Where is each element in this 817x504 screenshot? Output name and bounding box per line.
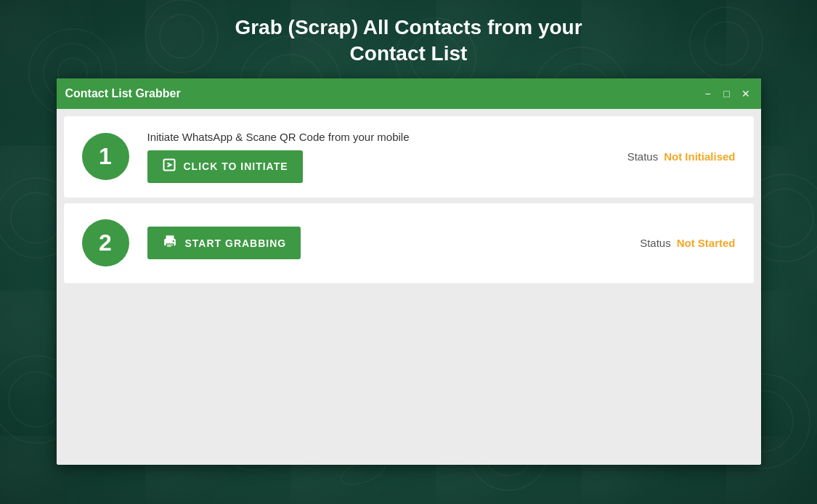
svg-rect-37 [167,246,171,247]
window-titlebar: Contact List Grabber − □ ✕ [57,78,761,109]
svg-point-14 [11,192,62,243]
step-1-status-label: Status [627,150,659,163]
svg-rect-32 [163,159,174,170]
window-controls: − □ ✕ [702,87,752,100]
step-1-status: Status Not Initialised [627,150,736,163]
svg-rect-36 [167,245,173,245]
step-2-card: 2 START GRABBI [64,203,754,283]
svg-point-38 [172,240,174,242]
svg-point-16 [9,372,64,427]
page-title: Grab (Scrap) All Contacts from your Cont… [0,0,817,78]
step-1-number: 1 [82,133,129,180]
grabbing-icon [162,234,178,252]
window-body: 1 Initiate WhatsApp & Scane QR Code from… [57,109,761,465]
step-1-content: Initiate WhatsApp & Scane QR Code from y… [147,131,609,183]
app-window: Contact List Grabber − □ ✕ 1 Initiate Wh… [57,78,761,465]
step-1-status-value: Not Initialised [664,150,735,163]
step-1-instruction: Initiate WhatsApp & Scane QR Code from y… [147,131,609,143]
step-2-status-value: Not Started [677,237,736,249]
minimize-button[interactable]: − [702,87,715,100]
svg-point-22 [755,189,813,247]
step-2-content: START GRABBING [147,227,622,259]
initiate-icon [162,158,176,176]
initiate-button-label: CLICK TO INITIATE [184,160,288,172]
window-title: Contact List Grabber [65,87,181,100]
svg-rect-34 [166,235,174,240]
start-grabbing-button[interactable]: START GRABBING [147,227,301,259]
click-to-initiate-button[interactable]: CLICK TO INITIATE [147,150,303,183]
close-button[interactable]: ✕ [739,87,752,100]
grabbing-button-label: START GRABBING [185,237,287,249]
step-2-status: Status Not Started [640,237,735,249]
maximize-button[interactable]: □ [720,87,733,100]
step-1-card: 1 Initiate WhatsApp & Scane QR Code from… [64,116,754,198]
step-2-number: 2 [82,219,129,267]
step-2-status-label: Status [640,237,671,249]
